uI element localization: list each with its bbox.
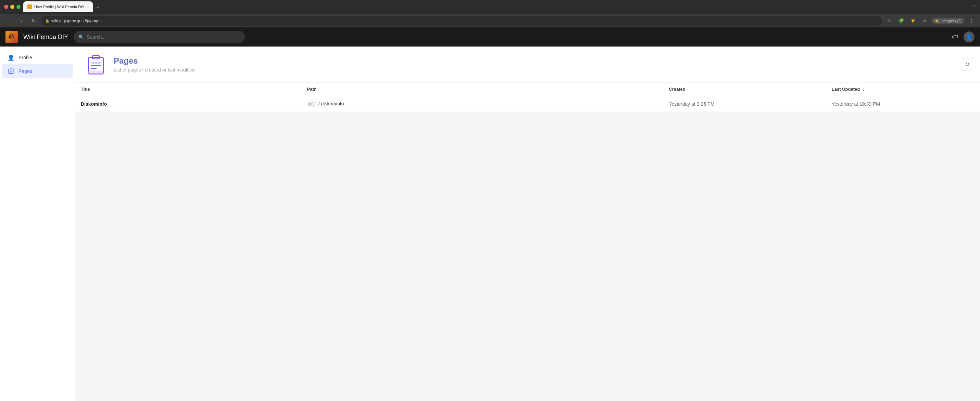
search-input[interactable] bbox=[87, 34, 240, 40]
sidebar-item-profile[interactable]: 👤 Profile bbox=[2, 51, 73, 64]
app-logo: 🏛 bbox=[5, 31, 18, 43]
traffic-lights bbox=[4, 5, 21, 9]
active-tab[interactable]: User Profile | Wiki Pemda DIY × bbox=[23, 2, 93, 12]
path-lang-badge: en bbox=[307, 101, 316, 107]
refresh-button[interactable]: ↻ bbox=[961, 58, 973, 70]
tab-close-btn[interactable]: × bbox=[87, 5, 89, 9]
tabs-bar: User Profile | Wiki Pemda DIY × + bbox=[23, 2, 495, 12]
browser-titlebar: User Profile | Wiki Pemda DIY × + ⌃ bbox=[0, 0, 980, 14]
sort-icon-down: ↓ bbox=[862, 87, 865, 92]
table-header: Title Path Created Last Updated ↓ bbox=[75, 82, 980, 96]
bookmark-button[interactable]: ☆ bbox=[885, 16, 894, 25]
sidebar-label-profile: Profile bbox=[19, 55, 32, 60]
address-bar[interactable]: 🔒 wiki.jogjaprov.go.id/p/pages bbox=[41, 16, 882, 26]
browser-controls: ‹ › ↻ 🔒 wiki.jogjaprov.go.id/p/pages ☆ 🧩… bbox=[0, 14, 980, 27]
sidebar-label-pages: Pages bbox=[19, 68, 32, 74]
traffic-light-fullscreen[interactable] bbox=[16, 5, 21, 9]
browser-menu-button[interactable]: ⋮ bbox=[967, 16, 976, 25]
traffic-light-close[interactable] bbox=[4, 5, 8, 9]
row-last-updated: Yesterday at 10:39 PM bbox=[826, 96, 980, 112]
search-bar[interactable]: 🔍 bbox=[74, 31, 245, 43]
tab-title: User Profile | Wiki Pemda DIY bbox=[34, 5, 84, 9]
page-subtitle: List of pages I created or last modified bbox=[114, 67, 970, 73]
page-header: Pages List of pages I created or last mo… bbox=[75, 46, 980, 82]
table-row[interactable]: Diskominfo en / diskominfo Yesterday at … bbox=[75, 96, 980, 112]
table-body: Diskominfo en / diskominfo Yesterday at … bbox=[75, 96, 980, 112]
row-path: en / diskominfo bbox=[302, 96, 663, 112]
pages-page-icon bbox=[85, 53, 107, 75]
incognito-badge: 🕵 Incognito (2) bbox=[932, 18, 964, 24]
main-layout: 👤 Profile Pages bbox=[0, 46, 980, 401]
address-text: wiki.jogjaprov.go.id/p/pages bbox=[51, 19, 878, 23]
incognito-label: Incognito (2) bbox=[940, 19, 961, 23]
column-header-path: Path bbox=[302, 82, 663, 96]
browser-actions: ☆ 🧩 ⚡ ▭ 🕵 Incognito (2) ⋮ bbox=[885, 16, 976, 25]
row-title: Diskominfo bbox=[75, 96, 302, 112]
browser-chrome: User Profile | Wiki Pemda DIY × + ⌃ ‹ › … bbox=[0, 0, 980, 27]
app-wrapper: 🏛 Wiki Pemda DIY 🔍 🏷 👤 👤 Profile bbox=[0, 27, 980, 401]
sidebar-button[interactable]: ▭ bbox=[920, 16, 929, 25]
page-title: Pages bbox=[114, 56, 970, 66]
column-header-created: Created bbox=[663, 82, 826, 96]
lock-icon: 🔒 bbox=[45, 19, 49, 22]
back-button[interactable]: ‹ bbox=[4, 16, 14, 26]
search-icon: 🔍 bbox=[78, 35, 84, 40]
refresh-icon: ↻ bbox=[965, 61, 969, 68]
content-area: Pages List of pages I created or last mo… bbox=[75, 46, 980, 401]
incognito-icon: 🕵 bbox=[934, 19, 939, 23]
traffic-light-minimize[interactable] bbox=[10, 5, 14, 9]
svg-rect-9 bbox=[88, 70, 103, 74]
row-created: Yesterday at 9:25 PM bbox=[663, 96, 826, 112]
path-value: / diskominfo bbox=[318, 101, 344, 106]
profile-icon: 👤 bbox=[8, 54, 14, 61]
user-icon: 👤 bbox=[966, 34, 972, 40]
extension-puzzle-button[interactable]: 🧩 bbox=[897, 16, 906, 25]
extension-button[interactable]: ⚡ bbox=[908, 16, 917, 25]
table-header-row: Title Path Created Last Updated ↓ bbox=[75, 82, 980, 96]
app-header: 🏛 Wiki Pemda DIY 🔍 🏷 👤 bbox=[0, 27, 980, 46]
sidebar-item-pages[interactable]: Pages bbox=[2, 64, 73, 78]
user-menu-button[interactable]: 👤 bbox=[964, 32, 975, 43]
new-tab-button[interactable]: + bbox=[94, 3, 102, 12]
reload-button[interactable]: ↻ bbox=[29, 16, 38, 26]
tags-button[interactable]: 🏷 bbox=[952, 33, 958, 41]
sidebar: 👤 Profile Pages bbox=[0, 46, 75, 401]
tab-favicon bbox=[27, 5, 32, 9]
pages-table: Title Path Created Last Updated ↓ bbox=[75, 82, 980, 111]
page-title-group: Pages List of pages I created or last mo… bbox=[114, 56, 970, 73]
window-controls[interactable]: ⌃ bbox=[972, 5, 976, 9]
app-name: Wiki Pemda DIY bbox=[23, 33, 68, 41]
pages-icon bbox=[8, 68, 14, 74]
column-header-last-updated[interactable]: Last Updated ↓ bbox=[826, 82, 980, 96]
forward-button[interactable]: › bbox=[16, 16, 26, 26]
table-container: Title Path Created Last Updated ↓ bbox=[75, 82, 980, 111]
column-header-title: Title bbox=[75, 82, 302, 96]
